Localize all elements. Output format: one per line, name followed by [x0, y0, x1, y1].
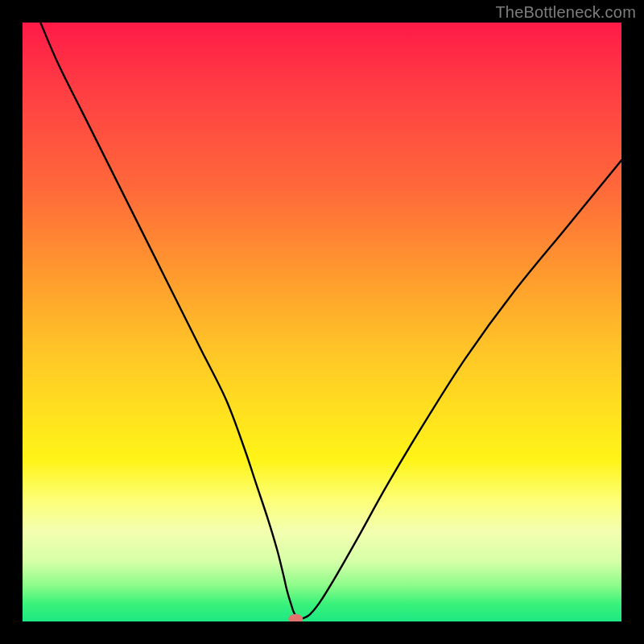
- watermark-text: TheBottleneck.com: [495, 3, 636, 22]
- chart-container: TheBottleneck.com: [0, 0, 644, 644]
- optimum-marker: [288, 614, 303, 621]
- plot-area: [23, 23, 621, 621]
- bottleneck-curve: [40, 23, 621, 618]
- curve-layer: [23, 23, 621, 621]
